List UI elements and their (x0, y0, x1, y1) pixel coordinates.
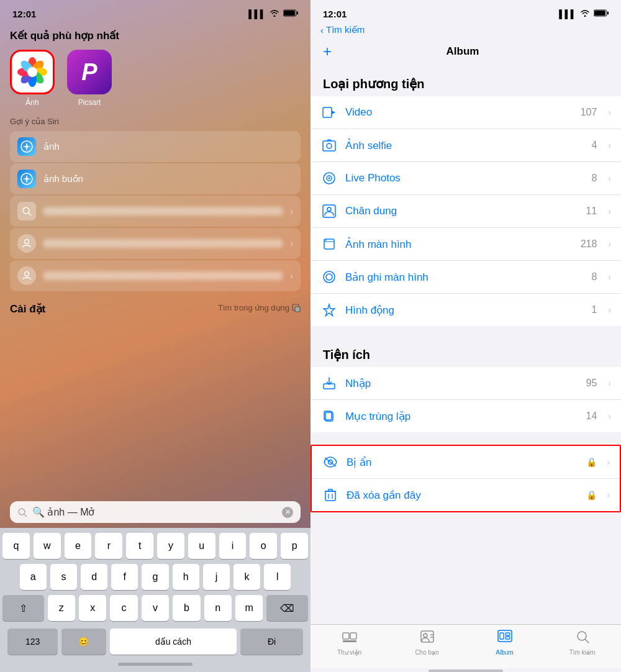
key-m[interactable]: m (235, 595, 263, 621)
portrait-album-item[interactable]: Chân dung 11 › (310, 195, 621, 228)
album-tab-label: Album (496, 649, 513, 656)
svg-point-20 (25, 272, 29, 276)
back-nav[interactable]: ‹ Tìm kiếm (310, 23, 621, 38)
key-space[interactable]: dấu cách (110, 629, 237, 655)
key-x[interactable]: x (79, 595, 106, 621)
screenshot-icon (320, 235, 338, 253)
key-y[interactable]: y (157, 533, 184, 559)
live-photos-album-item[interactable]: Live Photos 8 › (310, 162, 621, 195)
media-type-section-title: Loại phương tiện (310, 68, 621, 96)
suggestion-blurred-2[interactable]: › (10, 228, 301, 259)
album-header-title: Album (446, 45, 479, 58)
key-w[interactable]: w (34, 533, 61, 559)
recently-deleted-item[interactable]: Đã xóa gần đây 🔒 › (312, 479, 620, 511)
key-d[interactable]: d (81, 564, 107, 590)
key-emoji[interactable]: 😊 (61, 629, 106, 655)
search-tab-icon (576, 630, 589, 647)
app-item-picsart[interactable]: P Picsart (67, 50, 112, 107)
suggestion-anh[interactable]: ảnh (10, 131, 301, 162)
app-item-photos[interactable]: Ảnh (10, 50, 55, 107)
add-album-button[interactable]: + (323, 43, 332, 60)
key-123[interactable]: 123 (7, 629, 58, 655)
keyboard-bottom-row: 123 😊 dấu cách Đi (2, 626, 308, 657)
key-p[interactable]: p (281, 533, 308, 559)
svg-rect-59 (505, 633, 510, 635)
duplicate-label: Mục trùng lặp (345, 410, 579, 423)
svg-marker-14 (22, 142, 31, 151)
svg-line-24 (24, 514, 27, 517)
video-chevron: › (608, 107, 611, 117)
key-c[interactable]: c (110, 595, 137, 621)
back-chevron: ‹ (320, 25, 324, 35)
key-go[interactable]: Đi (240, 629, 303, 655)
svg-point-61 (578, 632, 586, 640)
screen-record-album-item[interactable]: Bản ghi màn hình 8 › (310, 261, 621, 294)
key-z[interactable]: z (48, 595, 75, 621)
key-g[interactable]: g (142, 564, 168, 590)
keyboard: q w e r t y u i o p a s d f g h j k l ⇧ … (0, 528, 310, 672)
key-j[interactable]: j (203, 564, 230, 590)
key-t[interactable]: t (126, 533, 153, 559)
search-input-text[interactable]: 🔍 ảnh — Mở (32, 506, 277, 518)
hidden-section: Bị ẩn 🔒 › Đã xóa gần đây 🔒 › (310, 445, 621, 512)
key-a[interactable]: a (20, 564, 47, 590)
key-n[interactable]: n (204, 595, 232, 621)
tab-for-you[interactable]: Cho bạn (388, 630, 466, 656)
key-i[interactable]: i (219, 533, 247, 559)
tab-search[interactable]: Tìm kiếm (543, 630, 621, 656)
svg-marker-16 (22, 175, 31, 183)
photos-app-icon[interactable] (10, 50, 55, 94)
duplicate-count: 14 (586, 411, 597, 422)
svg-line-18 (29, 213, 31, 216)
svg-marker-29 (332, 111, 335, 114)
right-time: 12:01 (323, 9, 347, 19)
left-panel: 12:01 ▌▌▌ Kết quả phù hợp nhất (0, 0, 310, 672)
for-you-tab-icon (420, 630, 435, 647)
key-f[interactable]: f (111, 564, 138, 590)
album-list-scroll[interactable]: Loại phương tiện Video 107 › Ảnh selfie … (310, 68, 621, 624)
safari-icon-1 (17, 137, 36, 156)
signal-icon: ▌▌▌ (248, 9, 266, 19)
video-album-item[interactable]: Video 107 › (310, 96, 621, 129)
person-icon-blur-2 (17, 266, 36, 285)
trash-icon (322, 486, 339, 504)
suggestion-text-1: ảnh (43, 141, 293, 152)
search-icon (17, 507, 27, 517)
tab-album[interactable]: Album (466, 630, 543, 656)
suggestion-blurred-1[interactable]: › (10, 196, 301, 227)
key-h[interactable]: h (173, 564, 199, 590)
recently-deleted-label: Đã xóa gần đây (347, 489, 579, 502)
video-icon (320, 104, 338, 121)
key-l[interactable]: l (264, 564, 291, 590)
clear-search-button[interactable]: ✕ (282, 507, 293, 518)
selfie-album-item[interactable]: Ảnh selfie 4 › (310, 129, 621, 162)
duplicate-album-item[interactable]: Mục trùng lặp 14 › (310, 400, 621, 432)
search-bar[interactable]: 🔍 ảnh — Mở ✕ (10, 501, 301, 523)
suggestion-blurred-3[interactable]: › (10, 260, 301, 291)
tab-library[interactable]: Thư viện (310, 630, 388, 656)
find-in-app[interactable]: Tìm trong ứng dụng (218, 303, 301, 312)
svg-rect-58 (500, 633, 504, 639)
key-q[interactable]: q (2, 533, 30, 559)
suggestion-anh-buon[interactable]: ảnh buồn (10, 163, 301, 194)
key-o[interactable]: o (250, 533, 277, 559)
key-u[interactable]: u (188, 533, 215, 559)
key-v[interactable]: v (142, 595, 169, 621)
key-shift[interactable]: ⇧ (2, 595, 44, 621)
hidden-icon (322, 453, 339, 471)
import-album-item[interactable]: Nhập 95 › (310, 367, 621, 400)
hidden-album-item[interactable]: Bị ẩn 🔒 › (312, 446, 620, 479)
svg-point-19 (25, 240, 29, 244)
photos-app-label: Ảnh (25, 98, 39, 107)
key-r[interactable]: r (95, 533, 122, 559)
key-s[interactable]: s (50, 564, 77, 590)
key-backspace[interactable]: ⌫ (266, 595, 308, 621)
for-you-tab-label: Cho bạn (415, 649, 438, 656)
picsart-app-icon[interactable]: P (67, 50, 112, 94)
key-b[interactable]: b (173, 595, 200, 621)
svg-rect-1 (284, 11, 295, 16)
animated-album-item[interactable]: Hình động 1 › (310, 294, 621, 326)
screenshot-album-item[interactable]: Ảnh màn hình 218 › (310, 228, 621, 261)
key-k[interactable]: k (233, 564, 260, 590)
key-e[interactable]: e (65, 533, 92, 559)
